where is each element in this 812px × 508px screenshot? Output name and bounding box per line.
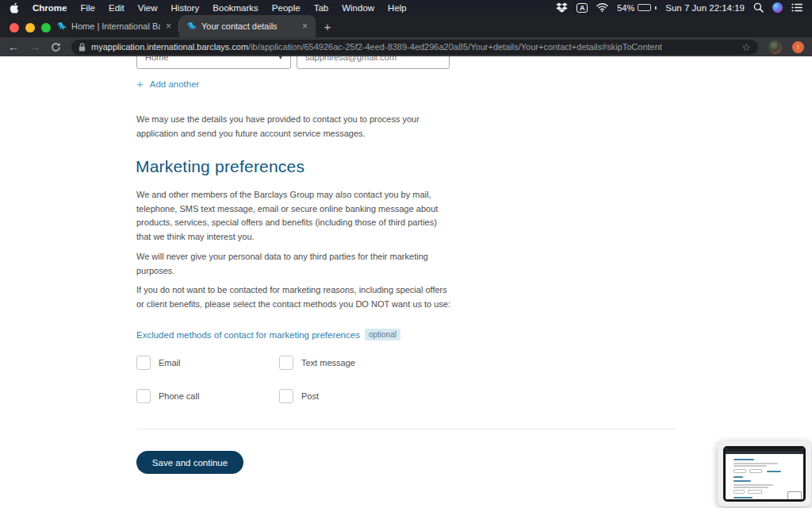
checkbox-box[interactable] — [279, 389, 293, 403]
profile-avatar[interactable] — [768, 40, 782, 54]
add-another-link[interactable]: + Add another — [136, 78, 199, 90]
checkbox-text-message[interactable]: Text message — [279, 356, 355, 370]
dropbox-icon[interactable] — [556, 2, 568, 13]
marketing-paragraph-1: We and other members of the Barclays Gro… — [136, 188, 485, 244]
input-source-icon[interactable]: A — [576, 3, 588, 13]
reload-button[interactable] — [51, 42, 61, 52]
apple-logo-icon[interactable] — [10, 2, 19, 13]
menu-item-view[interactable]: View — [138, 3, 158, 13]
battery-indicator[interactable]: 54% — [617, 3, 657, 13]
screen: Chrome File Edit View History Bookmarks … — [0, 0, 812, 508]
screenshot-thumbnail-image — [723, 446, 806, 502]
siri-icon[interactable] — [772, 2, 783, 13]
menu-item-edit[interactable]: Edit — [109, 3, 124, 13]
checkbox-box[interactable] — [136, 356, 151, 370]
url-domain: myapplication.international.barclays.com — [91, 42, 248, 52]
save-and-continue-button[interactable]: Save and continue — [136, 451, 243, 474]
marketing-paragraph-2: We will never give your personal data to… — [136, 250, 485, 278]
back-button[interactable]: ← — [8, 41, 19, 52]
bookmark-star-icon[interactable]: ☆ — [741, 41, 751, 53]
browser-tab-contact-details[interactable]: Your contact details × — [179, 15, 316, 37]
checkbox-label: Email — [159, 358, 181, 368]
page-content: Home ▾ + Add another We may use the deta… — [0, 56, 812, 508]
window-minimize-button[interactable] — [25, 23, 35, 33]
url-text: myapplication.international.barclays.com… — [91, 42, 736, 52]
menu-item-bookmarks[interactable]: Bookmarks — [213, 3, 259, 13]
chevron-down-icon: ▾ — [278, 56, 282, 61]
spotlight-search-icon[interactable] — [753, 2, 764, 13]
marketing-paragraph-3: If you do not want to be contacted for m… — [136, 283, 485, 311]
menu-item-file[interactable]: File — [80, 3, 95, 13]
battery-percent: 54% — [617, 3, 634, 13]
url-bar[interactable]: myapplication.international.barclays.com… — [71, 40, 758, 55]
barclays-favicon-icon — [186, 21, 197, 32]
tab-close-icon[interactable]: × — [165, 21, 172, 32]
checkbox-email[interactable]: Email — [136, 356, 181, 370]
checkbox-post[interactable]: Post — [279, 389, 319, 403]
checkbox-phone-call[interactable]: Phone call — [136, 389, 199, 403]
optional-badge: optional — [365, 329, 400, 341]
notification-list-icon[interactable] — [791, 2, 802, 13]
email-input[interactable] — [297, 56, 450, 69]
new-tab-button[interactable]: + — [320, 19, 335, 33]
menu-item-window[interactable]: Window — [342, 3, 374, 13]
phone-type-select[interactable]: Home ▾ — [136, 56, 291, 69]
browser-tab-home[interactable]: Home | International Banking | × — [49, 15, 179, 37]
marketing-preferences-heading: Marketing preferences — [136, 157, 304, 176]
intro-paragraph: We may use the details you have provided… — [136, 113, 469, 140]
menu-item-help[interactable]: Help — [388, 3, 407, 13]
phone-type-value: Home — [145, 56, 168, 62]
checkbox-label: Post — [301, 391, 319, 401]
lock-icon — [79, 43, 86, 52]
menu-item-history[interactable]: History — [171, 3, 200, 13]
forward-button[interactable]: → — [29, 41, 40, 52]
tab-title: Home | International Banking | — [71, 21, 160, 31]
menu-bar-clock[interactable]: Sun 7 Jun 22:14:19 — [665, 3, 745, 13]
browser-tab-strip: Home | International Banking | × Your co… — [0, 15, 812, 37]
screenshot-thumbnail[interactable] — [718, 441, 811, 506]
menu-item-tab[interactable]: Tab — [314, 3, 329, 13]
excluded-methods-label: Excluded methods of contact for marketin… — [136, 330, 360, 340]
checkbox-box[interactable] — [279, 356, 293, 370]
window-close-button[interactable] — [10, 23, 19, 33]
wifi-icon[interactable] — [596, 2, 608, 13]
tab-close-icon[interactable]: × — [301, 21, 308, 32]
barclays-favicon-icon — [56, 21, 67, 32]
battery-icon — [638, 4, 651, 11]
section-divider — [136, 429, 676, 429]
chrome-update-badge[interactable]: ↑ — [792, 41, 804, 53]
plus-icon: + — [136, 78, 144, 90]
url-path: /ib/application/654926ac-25f2-4eed-8389-… — [248, 42, 662, 52]
menu-item-app-name[interactable]: Chrome — [33, 3, 67, 13]
macos-menu-bar: Chrome File Edit View History Bookmarks … — [0, 0, 812, 15]
browser-toolbar: ← → myapplication.international.barclays… — [0, 37, 812, 56]
window-controls — [10, 23, 51, 33]
checkbox-label: Text message — [301, 358, 355, 368]
checkbox-label: Phone call — [159, 391, 199, 401]
excluded-methods-row: Excluded methods of contact for marketin… — [136, 329, 400, 341]
add-another-label: Add another — [150, 79, 200, 89]
menu-item-people[interactable]: People — [272, 3, 301, 13]
tab-title: Your contact details — [201, 21, 297, 31]
checkbox-box[interactable] — [136, 389, 151, 403]
